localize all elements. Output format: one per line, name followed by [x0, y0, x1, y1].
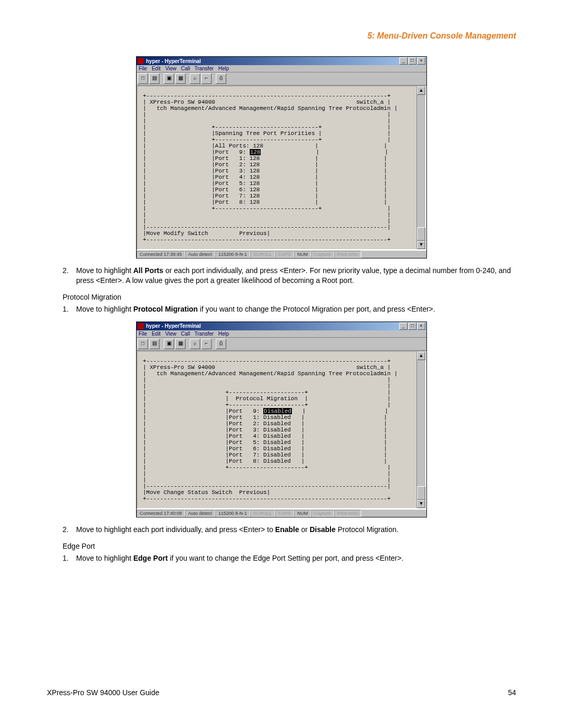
- instruction-item: 1. Move to highlight Protocol Migration …: [63, 304, 516, 314]
- section-label-protocol-migration: Protocol Migration: [63, 293, 516, 301]
- instruction-list: 1. Move to highlight Edge Port if you wa…: [47, 553, 516, 563]
- toolbar-btn[interactable]: ▣: [164, 339, 174, 349]
- status-cell: 115200 8-N-1: [215, 510, 250, 517]
- scroll-down[interactable]: ▼: [417, 500, 425, 508]
- instruction-item: 2. Move to highlight each port individua…: [63, 525, 516, 535]
- menu-view[interactable]: View: [165, 331, 177, 337]
- toolbar-btn[interactable]: ▦: [175, 339, 186, 349]
- maximize-button[interactable]: □: [408, 323, 417, 330]
- text: Move to highlight each port individually…: [76, 525, 275, 534]
- status-cell: Auto detect: [185, 251, 215, 258]
- close-button[interactable]: ×: [417, 323, 425, 330]
- bold: Protocol Migration: [133, 305, 198, 313]
- bold: Disable: [310, 525, 336, 534]
- menu-help[interactable]: Help: [218, 66, 229, 71]
- toolbar-btn[interactable]: ⌐: [201, 73, 212, 84]
- status-cell: Connected 17:39:45: [137, 251, 185, 258]
- menu-transfer[interactable]: Transfer: [194, 331, 214, 337]
- terminal-body: +---------------------------------------…: [137, 351, 426, 509]
- toolbar: □ ▤ ▣ ▦ ⌕ ⌐ ⎙: [137, 338, 426, 351]
- window-buttons: _ □ ×: [399, 323, 425, 330]
- scrollbar[interactable]: ▲ ▼: [417, 87, 425, 249]
- text: Protocol Migration.: [336, 525, 399, 534]
- status-cell: Print echo: [334, 251, 362, 258]
- toolbar-btn[interactable]: ▤: [149, 73, 160, 84]
- toolbar-btn[interactable]: ▤: [149, 339, 160, 349]
- instruction-list: 2. Move to highlight All Ports or each p…: [47, 266, 516, 286]
- footer-page-number: 54: [508, 688, 516, 697]
- menubar: File Edit View Call Transfer Help: [137, 330, 426, 338]
- status-cell: Print echo: [334, 510, 362, 517]
- instruction-list: 2. Move to highlight each port individua…: [47, 525, 516, 535]
- bold: Enable: [275, 525, 299, 534]
- scroll-thumb[interactable]: [417, 227, 425, 241]
- toolbar-btn[interactable]: ⌕: [190, 73, 200, 84]
- instruction-item: 2. Move to highlight All Ports or each p…: [63, 266, 516, 286]
- hyperterminal-window-1: hyper - HyperTerminal _ □ × File Edit Vi…: [136, 56, 427, 258]
- scroll-thumb[interactable]: [417, 486, 425, 500]
- menu-edit[interactable]: Edit: [152, 331, 161, 337]
- toolbar-btn[interactable]: ⌕: [190, 339, 200, 349]
- scroll-up[interactable]: ▲: [417, 87, 425, 95]
- scrollbar[interactable]: ▲ ▼: [417, 352, 425, 508]
- scroll-up[interactable]: ▲: [417, 352, 425, 360]
- status-cell: SCROLL: [250, 510, 275, 517]
- app-icon: [138, 323, 144, 329]
- toolbar-btn[interactable]: □: [138, 339, 148, 349]
- close-button[interactable]: ×: [417, 57, 425, 65]
- text: Move to highlight: [76, 305, 133, 313]
- text: Move to highlight: [76, 554, 133, 562]
- menu-transfer[interactable]: Transfer: [194, 66, 214, 71]
- toolbar: □ ▤ ▣ ▦ ⌕ ⌐ ⎙: [137, 72, 426, 85]
- menu-call[interactable]: Call: [181, 66, 190, 71]
- instruction-list: 1. Move to highlight Protocol Migration …: [47, 304, 516, 314]
- window-buttons: _ □ ×: [399, 57, 425, 65]
- section-label-edge-port: Edge Port: [63, 542, 516, 550]
- scroll-down[interactable]: ▼: [417, 241, 425, 249]
- menu-call[interactable]: Call: [181, 331, 190, 337]
- menu-edit[interactable]: Edit: [152, 66, 161, 71]
- status-cell: Capture: [311, 510, 334, 517]
- terminal-body: +---------------------------------------…: [137, 85, 426, 250]
- page-footer: XPress-Pro SW 94000 User Guide 54: [47, 688, 516, 697]
- minimize-button[interactable]: _: [399, 323, 408, 330]
- window-title: hyper - HyperTerminal: [146, 323, 399, 329]
- statusbar: Connected 17:40:08Auto detect115200 8-N-…: [137, 509, 426, 517]
- menu-file[interactable]: File: [139, 66, 147, 71]
- status-cell: NUM: [294, 510, 311, 517]
- titlebar: hyper - HyperTerminal _ □ ×: [137, 322, 426, 330]
- console-output: +---------------------------------------…: [140, 354, 423, 506]
- toolbar-btn[interactable]: ⎙: [216, 73, 226, 84]
- status-cell: NUM: [294, 251, 311, 258]
- toolbar-btn[interactable]: ▦: [175, 73, 186, 84]
- window-title: hyper - HyperTerminal: [146, 58, 399, 64]
- minimize-button[interactable]: _: [399, 57, 408, 65]
- titlebar: hyper - HyperTerminal _ □ ×: [137, 57, 426, 65]
- toolbar-btn[interactable]: ▣: [164, 73, 174, 84]
- maximize-button[interactable]: □: [408, 57, 417, 65]
- menu-view[interactable]: View: [165, 66, 177, 71]
- status-cell: 115200 8-N-1: [215, 251, 250, 258]
- console-output: +---------------------------------------…: [140, 89, 423, 247]
- bold: Edge Port: [133, 554, 168, 562]
- status-cell: Connected 17:40:08: [137, 510, 185, 517]
- status-cell: SCROLL: [250, 251, 275, 258]
- page-header: 5: Menu-Driven Console Management: [47, 31, 516, 41]
- menu-help[interactable]: Help: [218, 331, 229, 337]
- status-cell: Auto detect: [185, 510, 215, 517]
- status-cell: CAPS: [275, 251, 295, 258]
- menubar: File Edit View Call Transfer Help: [137, 65, 426, 72]
- toolbar-btn[interactable]: □: [138, 73, 148, 84]
- app-icon: [138, 58, 144, 64]
- statusbar: Connected 17:39:45Auto detect115200 8-N-…: [137, 250, 426, 258]
- instruction-item: 1. Move to highlight Edge Port if you wa…: [63, 553, 516, 563]
- text: if you want to change the Protocol Migra…: [198, 305, 435, 313]
- hyperterminal-window-2: hyper - HyperTerminal _ □ × File Edit Vi…: [136, 322, 427, 517]
- text: or: [299, 525, 310, 534]
- toolbar-btn[interactable]: ⎙: [216, 339, 226, 349]
- footer-left: XPress-Pro SW 94000 User Guide: [47, 688, 160, 697]
- status-cell: Capture: [311, 251, 334, 258]
- text: Move to highlight: [76, 266, 133, 275]
- toolbar-btn[interactable]: ⌐: [201, 339, 212, 349]
- menu-file[interactable]: File: [139, 331, 147, 337]
